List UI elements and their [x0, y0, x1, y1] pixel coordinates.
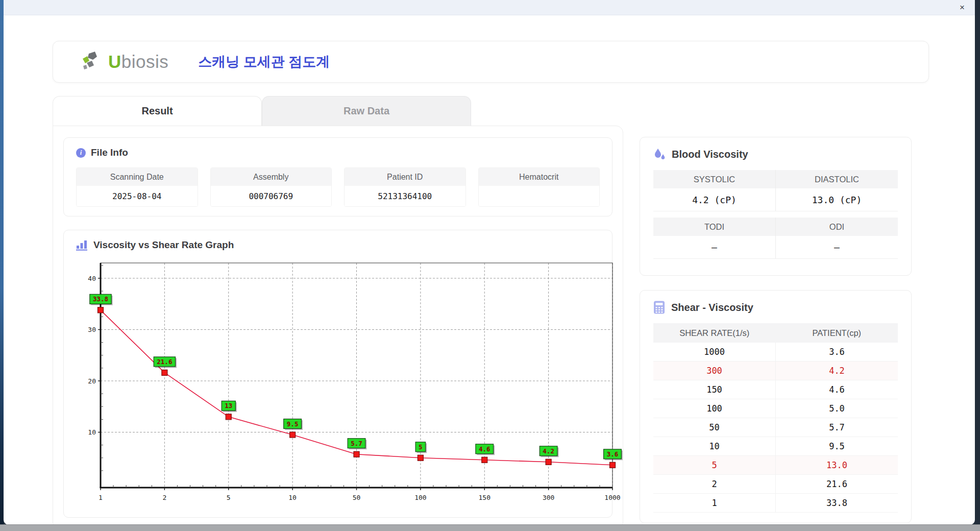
file-info-field: Assembly000706769 — [210, 167, 332, 207]
patient-viscosity-cell: 4.6 — [775, 380, 898, 399]
blood-viscosity-value-row: 4.2 (cP)13.0 (cP) — [653, 188, 898, 211]
window-titlebar: × — [4, 0, 975, 15]
svg-text:300: 300 — [543, 494, 554, 501]
svg-text:40: 40 — [88, 275, 96, 282]
shear-rate-cell: 100 — [653, 399, 775, 418]
svg-text:150: 150 — [479, 494, 491, 501]
droplets-icon — [653, 148, 667, 161]
close-icon[interactable]: × — [957, 2, 968, 13]
table-row: 10003.6 — [653, 343, 898, 361]
svg-text:1000: 1000 — [604, 494, 620, 501]
svg-text:10: 10 — [88, 428, 96, 436]
blood-viscosity-value: – — [653, 236, 775, 259]
table-row: 133.8 — [653, 494, 898, 513]
shear-viscosity-title-row: Shear - Viscosity — [653, 301, 898, 314]
blood-viscosity-label: TODI — [653, 218, 775, 236]
svg-text:9.5: 9.5 — [287, 420, 299, 428]
file-info-field-label: Patient ID — [345, 168, 465, 186]
blood-viscosity-title-row: Blood Viscosity — [653, 148, 898, 161]
svg-text:1: 1 — [99, 494, 103, 501]
tab-raw-data[interactable]: Raw Data — [262, 96, 471, 126]
blood-viscosity-value: 13.0 (cP) — [775, 188, 898, 211]
shear-rate-cell: 50 — [653, 418, 775, 437]
shear-rate-cell: 150 — [653, 380, 775, 399]
patient-viscosity-cell: 21.6 — [775, 475, 898, 493]
blood-viscosity-section: SYSTOLICDIASTOLIC4.2 (cP)13.0 (cP) — [653, 170, 898, 211]
shear-table-column-header: SHEAR RATE(1/s) — [653, 323, 776, 343]
app-title: 스캐닝 모세관 점도계 — [198, 53, 330, 71]
app-window: × Ubiosis 스캐닝 모세관 점도계 Result Raw Data — [4, 0, 975, 525]
shear-rate-cell: 2 — [653, 475, 775, 493]
table-row: 513.0 — [653, 456, 898, 475]
shear-rate-cell: 300 — [653, 361, 775, 380]
svg-text:5: 5 — [227, 494, 231, 501]
blood-viscosity-label: DIASTOLIC — [775, 170, 898, 188]
file-info-field: Hematocrit — [478, 167, 600, 207]
svg-text:5: 5 — [419, 443, 423, 451]
shear-rate-cell: 5 — [653, 456, 775, 474]
blood-viscosity-label: ODI — [775, 218, 898, 236]
header-card: Ubiosis 스캐닝 모세관 점도계 — [53, 41, 929, 83]
viscosity-chart-svg: 102030401251050100150300100033.821.6139.… — [80, 259, 620, 508]
file-info-title: File Info — [91, 147, 128, 158]
table-row: 505.7 — [653, 418, 898, 437]
svg-text:5.7: 5.7 — [351, 440, 362, 447]
page-content: Ubiosis 스캐닝 모세관 점도계 Result Raw Data i Fi… — [4, 15, 975, 525]
shear-rate-cell: 1 — [653, 494, 775, 512]
svg-text:4.2: 4.2 — [543, 447, 554, 455]
file-info-field-value — [479, 186, 600, 206]
svg-text:50: 50 — [353, 494, 361, 501]
svg-text:33.8: 33.8 — [93, 295, 108, 303]
tab-result[interactable]: Result — [53, 96, 262, 126]
file-info-field: Patient ID52131364100 — [344, 167, 466, 207]
patient-viscosity-cell: 9.5 — [775, 437, 898, 455]
graph-title: Viscosity vs Shear Rate Graph — [93, 239, 234, 251]
blood-viscosity-label: SYSTOLIC — [653, 170, 775, 188]
file-info-field-label: Assembly — [211, 168, 332, 186]
shear-viscosity-card: Shear - Viscosity SHEAR RATE(1/s)PATIENT… — [640, 290, 912, 523]
shear-table-column-header: PATIENT(cp) — [776, 323, 898, 343]
shear-viscosity-title: Shear - Viscosity — [671, 302, 753, 313]
svg-text:4.6: 4.6 — [479, 445, 491, 453]
shear-viscosity-table: SHEAR RATE(1/s)PATIENT(cp) 10003.63004.2… — [653, 323, 898, 513]
viscosity-chart: 102030401251050100150300100033.821.6139.… — [76, 259, 600, 508]
svg-text:100: 100 — [414, 494, 426, 501]
svg-text:3.6: 3.6 — [607, 450, 619, 458]
ubiosis-logo: Ubiosis — [80, 51, 168, 73]
desktop-left-band — [0, 0, 4, 525]
table-row: 109.5 — [653, 437, 898, 456]
table-row: 1005.0 — [653, 399, 898, 418]
file-info-field-value: 2025-08-04 — [77, 186, 198, 206]
file-info-field-value: 000706769 — [211, 186, 332, 206]
blood-viscosity-title: Blood Viscosity — [672, 149, 748, 160]
patient-viscosity-cell: 4.2 — [775, 361, 898, 380]
table-row: 221.6 — [653, 475, 898, 494]
ubiosis-logo-icon — [80, 51, 105, 73]
svg-text:13: 13 — [225, 402, 232, 409]
blood-viscosity-header-row: TODIODI — [653, 218, 898, 236]
graph-title-row: Viscosity vs Shear Rate Graph — [76, 239, 600, 251]
main-row: i File Info Scanning Date2025-08-04Assem… — [53, 126, 929, 525]
patient-viscosity-cell: 5.0 — [775, 399, 898, 418]
blood-viscosity-value: – — [775, 236, 898, 259]
logo-text: Ubiosis — [108, 52, 168, 72]
blood-viscosity-value: 4.2 (cP) — [653, 188, 775, 211]
tab-bar: Result Raw Data — [53, 96, 929, 126]
file-info-field: Scanning Date2025-08-04 — [76, 167, 198, 207]
patient-viscosity-cell: 5.7 — [775, 418, 898, 437]
patient-viscosity-cell: 33.8 — [775, 494, 898, 512]
shear-table-header: SHEAR RATE(1/s)PATIENT(cp) — [653, 323, 898, 343]
blood-viscosity-value-row: –– — [653, 236, 898, 259]
svg-text:2: 2 — [162, 494, 166, 501]
patient-viscosity-cell: 13.0 — [775, 456, 898, 474]
shear-table-body: 10003.63004.21504.61005.0505.7109.5513.0… — [653, 343, 898, 513]
file-info-field-label: Scanning Date — [77, 168, 198, 186]
svg-text:10: 10 — [288, 494, 297, 501]
right-column: Blood Viscosity SYSTOLICDIASTOLIC4.2 (cP… — [640, 137, 912, 523]
logo-rest: biosis — [121, 52, 168, 71]
file-info-title-row: i File Info — [76, 147, 600, 158]
bar-chart-icon — [76, 239, 88, 251]
shear-rate-cell: 1000 — [653, 343, 775, 361]
blood-viscosity-header-row: SYSTOLICDIASTOLIC — [653, 170, 898, 188]
info-icon: i — [76, 148, 86, 158]
